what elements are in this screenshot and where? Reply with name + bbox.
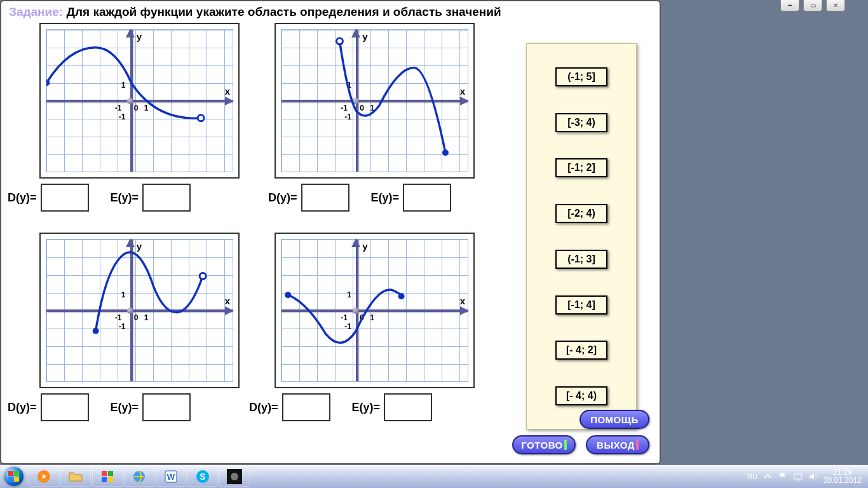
system-tray: RU 21:29 30.01.2012 [747, 468, 868, 485]
domain-label: D(y)= [8, 401, 37, 414]
answer-row-2: D(y)= E(y)= [268, 184, 510, 212]
app-window: Задание: Для каждой функции укажите обла… [0, 0, 661, 464]
plot-cell-3: x y 1 -1 0 1 -1 D(y)= E(y)= [8, 233, 249, 421]
plot-4: x y 1 -1 0 1 -1 [275, 233, 475, 388]
help-button-label: ПОМОЩЬ [590, 414, 639, 425]
option-tile[interactable]: [-2; 4) [555, 204, 607, 223]
svg-point-20 [231, 473, 238, 480]
exit-button[interactable]: ВЫХОД [586, 435, 649, 454]
plot-1: x y 1 -1 0 1 -1 [39, 23, 240, 179]
range-dropzone-2[interactable] [403, 184, 451, 212]
task-header: Задание: Для каждой функции укажите обла… [1, 1, 660, 23]
media-player-icon [36, 469, 51, 484]
content-area: x y 1 -1 0 1 -1 D(y)= E(y)= [1, 23, 660, 461]
plot-4-curve [281, 240, 468, 381]
range-dropzone-1[interactable] [142, 184, 191, 212]
taskbar-item-unknown[interactable] [219, 466, 250, 487]
plot-4-grid: x y 1 -1 0 1 -1 [281, 239, 468, 382]
plot-2-grid: x y 1 -1 0 1 -1 [281, 29, 468, 172]
minimize-button[interactable]: ━ [780, 0, 799, 11]
option-tile[interactable]: [- 4; 4) [555, 386, 607, 405]
domain-label: D(y)= [249, 401, 278, 414]
answer-row-4: D(y)= E(y)= [249, 393, 510, 421]
option-tile[interactable]: [-1; 4] [555, 295, 607, 315]
taskbar-item-ie[interactable] [124, 466, 154, 487]
flag-icon[interactable] [778, 471, 788, 482]
accent-icon [564, 440, 567, 450]
maximize-button[interactable]: ▭ [803, 0, 822, 11]
start-button[interactable] [0, 465, 28, 489]
help-button[interactable]: ПОМОЩЬ [580, 410, 649, 429]
svg-rect-12 [102, 477, 107, 482]
answer-row-3: D(y)= E(y)= [8, 393, 249, 421]
taskbar-item-word[interactable]: W [156, 466, 186, 487]
plot-cell-2: x y 1 -1 0 1 -1 D(y)= E(y)= [268, 23, 510, 212]
task-text: Для каждой функции укажите область опред… [66, 5, 501, 18]
plot-3-grid: x y 1 -1 0 1 -1 [46, 239, 233, 382]
ready-button-label: ГОТОВО [521, 440, 563, 451]
svg-text:W: W [167, 472, 175, 482]
svg-text:S: S [200, 471, 205, 482]
svg-rect-13 [108, 477, 113, 482]
windows-logo-icon [4, 467, 24, 486]
grid-app-icon [100, 469, 115, 484]
taskbar-item-skype[interactable]: S [187, 466, 218, 487]
taskbar-item-explorer[interactable] [60, 466, 91, 487]
svg-point-4 [93, 328, 99, 334]
taskbar: W S RU 21:29 30.01.2012 [0, 464, 868, 488]
option-tile[interactable]: [- 4; 2] [555, 341, 607, 360]
task-label: Задание: [9, 5, 63, 18]
domain-dropzone-4[interactable] [282, 393, 330, 421]
svg-point-3 [442, 149, 449, 156]
range-label: E(y)= [111, 401, 139, 414]
range-label: E(y)= [111, 191, 139, 205]
ready-button[interactable]: ГОТОВО [512, 435, 576, 454]
answer-row-1: D(y)= E(y)= [8, 184, 249, 212]
range-dropzone-4[interactable] [384, 393, 432, 421]
domain-dropzone-3[interactable] [41, 393, 89, 421]
plot-2: x y 1 -1 0 1 -1 [275, 23, 475, 179]
svg-rect-11 [108, 471, 113, 476]
domain-dropzone-1[interactable] [41, 184, 89, 212]
plot-1-grid: x y 1 -1 0 1 -1 [46, 29, 233, 172]
svg-point-6 [285, 292, 291, 298]
range-label: E(y)= [352, 401, 381, 414]
accent-icon [636, 440, 639, 450]
tray-arrow-icon[interactable] [763, 471, 773, 482]
network-icon[interactable] [793, 471, 803, 482]
options-panel: (-1; 5] [-3; 4) [-1; 2] [-2; 4) (-1; 3] … [526, 43, 637, 430]
internet-explorer-icon [132, 469, 147, 484]
word-icon: W [163, 469, 179, 484]
option-tile[interactable]: [-3; 4) [555, 113, 607, 132]
exit-button-label: ВЫХОД [597, 440, 635, 451]
tray-clock[interactable]: 21:29 30.01.2012 [824, 468, 862, 485]
plot-cell-4: x y 1 -1 0 1 -1 D(y)= E(y)= [268, 233, 510, 421]
range-label: E(y)= [371, 191, 400, 205]
svg-point-7 [398, 293, 405, 299]
domain-label: D(y)= [8, 191, 37, 205]
svg-point-5 [200, 273, 206, 280]
folder-icon [68, 469, 83, 484]
close-button[interactable]: ✕ [826, 0, 845, 11]
skype-icon: S [195, 469, 210, 484]
option-tile[interactable]: [-1; 2] [555, 158, 607, 177]
plot-cell-1: x y 1 -1 0 1 -1 D(y)= E(y)= [8, 23, 249, 212]
tray-language[interactable]: RU [747, 473, 757, 480]
plot-1-curve [46, 30, 233, 172]
taskbar-item-app[interactable] [92, 466, 123, 487]
window-controls: ━ ▭ ✕ [780, 0, 845, 11]
svg-rect-21 [794, 474, 802, 479]
svg-point-1 [198, 115, 204, 121]
option-tile[interactable]: (-1; 3] [555, 250, 607, 269]
domain-label: D(y)= [268, 191, 297, 205]
plot-2-curve [281, 30, 468, 172]
taskbar-item-media-player[interactable] [29, 466, 59, 487]
domain-dropzone-2[interactable] [301, 184, 349, 212]
option-tile[interactable]: (-1; 5] [555, 67, 607, 86]
gear-dark-icon [227, 469, 242, 484]
volume-icon[interactable] [808, 471, 818, 482]
range-dropzone-3[interactable] [142, 393, 191, 421]
svg-rect-10 [102, 471, 107, 476]
plot-3-curve [46, 240, 233, 381]
tray-date: 30.01.2012 [824, 477, 862, 485]
